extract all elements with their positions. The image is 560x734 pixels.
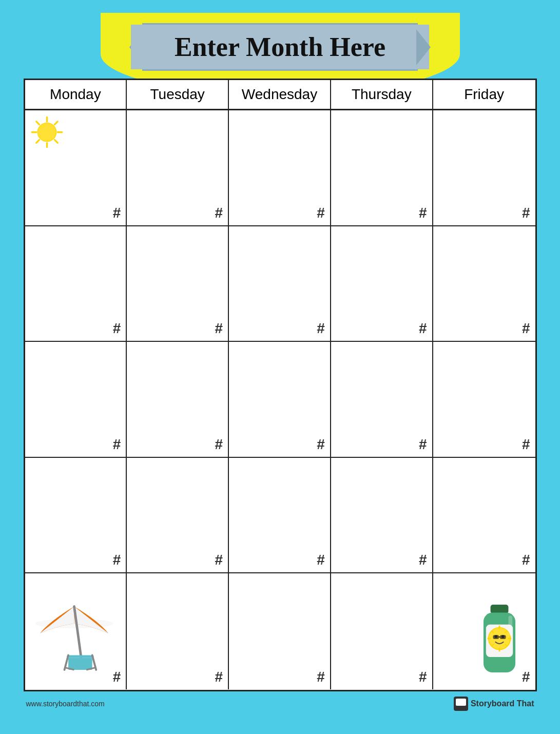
cell-number-r4c1: # (113, 552, 121, 568)
sunscreen-bottle-icon (469, 605, 530, 689)
cell-r5c1[interactable]: # (25, 573, 127, 689)
svg-line-7 (54, 122, 57, 125)
cell-r5c3[interactable]: # (229, 573, 331, 689)
cell-r1c3[interactable]: # (229, 110, 331, 225)
cell-number-r1c2: # (215, 205, 223, 221)
cell-r4c5[interactable]: # (433, 458, 535, 573)
cell-r1c1[interactable]: # (25, 110, 127, 225)
cell-r3c5[interactable]: # (433, 342, 535, 457)
cell-r5c4[interactable]: # (331, 573, 433, 689)
cell-number-r3c4: # (419, 436, 427, 453)
cell-r1c5[interactable]: # (433, 110, 535, 225)
cell-number-r2c1: # (113, 320, 121, 337)
calendar-row-2: # # # # # (25, 226, 535, 342)
calendar-header: Monday Tuesday Wednesday Thursday Friday (25, 80, 535, 110)
cell-number-r4c2: # (215, 552, 223, 568)
cell-r1c2[interactable]: # (127, 110, 229, 225)
cell-number-r4c3: # (317, 552, 325, 568)
cell-number-r3c2: # (215, 436, 223, 453)
header-area: Enter Month Here (24, 23, 537, 71)
cell-r2c5[interactable]: # (433, 226, 535, 341)
title-banner: Enter Month Here (142, 23, 418, 71)
cell-number-r5c2: # (215, 669, 223, 685)
day-header-monday: Monday (25, 80, 127, 109)
cell-r5c2[interactable]: # (127, 573, 229, 689)
svg-rect-36 (456, 699, 466, 706)
calendar-row-3: # # # # # (25, 342, 535, 458)
cell-number-r5c1: # (113, 669, 121, 685)
cell-r4c4[interactable]: # (331, 458, 433, 573)
cell-number-r4c4: # (419, 552, 427, 568)
svg-rect-12 (68, 658, 92, 670)
cell-number-r1c1: # (113, 205, 121, 221)
cell-number-r2c2: # (215, 320, 223, 337)
calendar-row-5: # # # # (25, 573, 535, 689)
svg-point-0 (37, 123, 56, 141)
cell-r4c3[interactable]: # (229, 458, 331, 573)
cell-r3c2[interactable]: # (127, 342, 229, 457)
cell-r2c2[interactable]: # (127, 226, 229, 341)
cell-number-r1c3: # (317, 205, 325, 221)
cell-r5c5[interactable]: # (433, 573, 535, 689)
cell-number-r5c5: # (522, 669, 530, 685)
cell-number-r5c3: # (317, 669, 325, 685)
cell-number-r2c4: # (419, 320, 427, 337)
calendar-row-4: # # # # # (25, 458, 535, 574)
page: Enter Month Here Monday Tuesday Wednesda… (13, 13, 547, 721)
svg-line-8 (36, 140, 39, 143)
svg-rect-17 (490, 605, 508, 613)
calendar: Monday Tuesday Wednesday Thursday Friday (24, 79, 537, 691)
page-title[interactable]: Enter Month Here (175, 32, 385, 62)
day-header-friday: Friday (433, 80, 535, 109)
svg-line-5 (36, 122, 39, 125)
cell-r1c4[interactable]: # (331, 110, 433, 225)
cell-r3c3[interactable]: # (229, 342, 331, 457)
svg-rect-31 (493, 635, 499, 639)
day-header-thursday: Thursday (331, 80, 433, 109)
cell-number-r3c5: # (522, 436, 530, 453)
cell-r2c3[interactable]: # (229, 226, 331, 341)
cell-number-r5c4: # (419, 669, 427, 685)
sun-icon (30, 115, 64, 149)
footer: www.storyboardthat.com Storyboard That (24, 694, 537, 711)
footer-website: www.storyboardthat.com (26, 700, 105, 708)
svg-rect-34 (508, 615, 512, 635)
cell-number-r2c5: # (522, 320, 530, 337)
footer-brand-name: Storyboard That (471, 699, 534, 708)
cell-number-r1c4: # (419, 205, 427, 221)
day-header-wednesday: Wednesday (229, 80, 331, 109)
cell-r2c1[interactable]: # (25, 226, 127, 341)
storyboardthat-logo-icon (454, 697, 468, 711)
cell-r4c1[interactable]: # (25, 458, 127, 573)
day-header-tuesday: Tuesday (127, 80, 229, 109)
footer-brand-area: Storyboard That (454, 697, 534, 711)
svg-rect-32 (499, 635, 506, 639)
cell-r4c2[interactable]: # (127, 458, 229, 573)
cell-number-r4c5: # (522, 552, 530, 568)
cell-number-r3c1: # (113, 436, 121, 453)
svg-line-6 (54, 140, 57, 143)
calendar-row-1: # # # # # (25, 110, 535, 226)
cell-number-r1c5: # (522, 205, 530, 221)
cell-r2c4[interactable]: # (331, 226, 433, 341)
svg-rect-11 (67, 655, 93, 658)
cell-r3c4[interactable]: # (331, 342, 433, 457)
cell-r3c1[interactable]: # (25, 342, 127, 457)
cell-number-r3c3: # (317, 436, 325, 453)
calendar-body: # # # # # # (25, 110, 535, 689)
cell-number-r2c3: # (317, 320, 325, 337)
